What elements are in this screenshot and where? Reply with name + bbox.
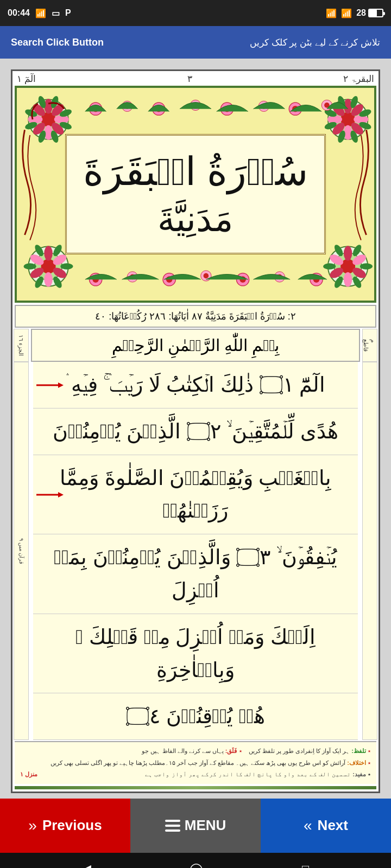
svg-point-24 bbox=[354, 115, 368, 123]
sim-icon: 📶 bbox=[35, 8, 46, 18]
svg-point-79 bbox=[261, 104, 267, 109]
svg-point-19 bbox=[328, 99, 368, 139]
svg-point-87 bbox=[130, 275, 135, 280]
ayah-row-4: يُنۡفِقُوۡنَ ۙ ۝٣ وَالَّذِيۡنَ يُؤۡمِنُو… bbox=[33, 534, 358, 614]
svg-point-29 bbox=[330, 102, 346, 118]
time-display: 00:44 bbox=[8, 8, 30, 18]
android-back-icon[interactable]: ◀ bbox=[82, 862, 91, 868]
svg-point-25 bbox=[349, 120, 365, 137]
side-label-left: الجزء ١٦ bbox=[18, 335, 25, 356]
svg-point-13 bbox=[59, 120, 73, 131]
svg-point-91 bbox=[204, 273, 209, 279]
svg-point-46 bbox=[29, 252, 46, 267]
svg-point-27 bbox=[330, 120, 346, 137]
svg-point-72 bbox=[153, 103, 165, 115]
svg-point-78 bbox=[258, 101, 269, 111]
p-icon: P bbox=[65, 8, 71, 18]
search-bar: Search Click Button تلاش کرنے کے لیے بٹن… bbox=[0, 26, 391, 59]
previous-icon: » bbox=[28, 817, 37, 834]
ayah-row-5: اِلَيۡكَ وَمَاۤ اُنۡزِلَ مِنۡ قَبۡلِكَ ۚ… bbox=[33, 614, 358, 694]
svg-point-75 bbox=[193, 103, 198, 108]
svg-point-0 bbox=[28, 99, 68, 139]
surah-header: سُوۡرَةُ الۡبَقَرَةَ مَدَنِيَّةَ bbox=[15, 86, 376, 303]
svg-point-26 bbox=[344, 125, 352, 140]
svg-point-77 bbox=[224, 106, 230, 112]
svg-point-32 bbox=[358, 120, 373, 131]
next-icon: « bbox=[304, 817, 312, 834]
footer-line-1: ٭ تلفظ: ہر ایک آواز کا اِنفرادی طور پر ت… bbox=[20, 746, 371, 756]
surah-info-strip: ٢: سُوۡرَةُ الۡبَقَرَةَ مَدَنِيَّةٌ ٨٧ ا… bbox=[15, 305, 376, 328]
svg-point-88 bbox=[163, 273, 175, 286]
svg-point-92 bbox=[236, 273, 249, 286]
svg-point-1 bbox=[35, 106, 62, 133]
surah-name-label: البقرۃ ٢ bbox=[343, 73, 374, 85]
wifi-icon: 📶 bbox=[326, 8, 337, 18]
svg-point-52 bbox=[33, 244, 45, 258]
status-bar: 00:44 📶 ▭ P 📶 📶 28 bbox=[0, 0, 391, 26]
ayah-text-4: يُنۡفِقُوۡنَ ۙ ۝٣ وَالَّذِيۡنَ يُؤۡمِنُو… bbox=[54, 546, 337, 602]
svg-point-54 bbox=[334, 253, 361, 280]
svg-point-41 bbox=[44, 246, 52, 260]
svg-point-85 bbox=[92, 276, 99, 283]
svg-point-50 bbox=[33, 275, 45, 289]
next-button[interactable]: « Next bbox=[261, 799, 391, 853]
footer-notes: ٭ تلفظ: ہر ایک آواز کا اِنفرادی طور پر ت… bbox=[15, 741, 376, 784]
svg-point-71 bbox=[124, 104, 130, 109]
svg-point-73 bbox=[155, 106, 162, 112]
ayah-row-6: هُمۡ يُوۡقِنُوۡنَ ۝٤ bbox=[33, 693, 358, 740]
svg-point-31 bbox=[358, 108, 373, 118]
svg-point-86 bbox=[127, 272, 137, 282]
search-bar-right-label: تلاش کرنے کے لیے بٹن پر کلک کریں bbox=[250, 37, 380, 48]
svg-point-62 bbox=[351, 244, 363, 258]
svg-point-21 bbox=[340, 112, 355, 127]
ayah-section: قرآن میں ٩ الٓمّٓ ۝١ ذٰلِكَ الۡكِتٰبُ لَ… bbox=[15, 362, 376, 740]
previous-label: Previous bbox=[42, 817, 102, 834]
surah-title-frame: سُوۡرَةُ الۡبَقَرَةَ مَدَنِيَّةَ bbox=[65, 134, 326, 255]
android-nav-bar: ◀ ◯ □ bbox=[0, 853, 391, 868]
android-square-icon[interactable]: □ bbox=[302, 862, 309, 868]
svg-point-18 bbox=[37, 95, 47, 109]
ayah-row-2: هُدًى لِّلۡمُتَّقِيۡنَ ۙ ۝٢ الَّذِيۡنَ ي… bbox=[33, 409, 358, 455]
svg-point-53 bbox=[328, 246, 368, 286]
svg-point-45 bbox=[29, 266, 46, 280]
svg-point-34 bbox=[337, 130, 347, 144]
search-bar-left-label: Search Click Button bbox=[11, 37, 104, 48]
svg-point-20 bbox=[334, 106, 361, 133]
svg-point-10 bbox=[31, 102, 47, 118]
svg-point-2 bbox=[41, 112, 56, 127]
bismillah-text: بِسۡمِ اللّٰهِ الرَّحۡمٰنِ الرَّحِيۡمِ bbox=[112, 336, 280, 354]
svg-point-89 bbox=[166, 276, 173, 283]
previous-button[interactable]: » Previous bbox=[0, 799, 130, 853]
svg-point-67 bbox=[333, 244, 345, 258]
svg-point-3 bbox=[44, 99, 52, 113]
menu-icon bbox=[165, 820, 180, 832]
svg-point-43 bbox=[51, 266, 68, 280]
menu-button[interactable]: MENU bbox=[130, 799, 261, 853]
svg-point-56 bbox=[344, 246, 352, 260]
svg-point-74 bbox=[190, 100, 200, 110]
svg-point-64 bbox=[351, 275, 363, 289]
svg-point-38 bbox=[28, 246, 68, 286]
page-number: ٣ bbox=[187, 73, 192, 85]
svg-point-68 bbox=[90, 103, 102, 115]
side-label-right: مقاطع bbox=[363, 339, 377, 352]
svg-point-6 bbox=[49, 120, 66, 137]
svg-point-40 bbox=[41, 259, 56, 273]
menu-label: MENU bbox=[185, 817, 226, 834]
svg-point-55 bbox=[340, 259, 355, 273]
svg-point-22 bbox=[344, 99, 352, 113]
svg-point-76 bbox=[220, 103, 233, 115]
svg-point-15 bbox=[37, 130, 47, 144]
surah-title-line2: مَدَنِيَّةَ bbox=[83, 197, 308, 242]
screen-icon: ▭ bbox=[52, 8, 60, 18]
signal-icon: 📶 bbox=[341, 8, 352, 18]
svg-point-96 bbox=[310, 273, 323, 286]
svg-point-63 bbox=[360, 263, 373, 270]
svg-point-83 bbox=[324, 103, 330, 108]
svg-point-23 bbox=[349, 102, 365, 118]
svg-point-93 bbox=[239, 276, 246, 283]
quran-side-label: قرآن میں ٩ bbox=[18, 538, 24, 564]
android-home-icon[interactable]: ◯ bbox=[190, 862, 203, 868]
svg-point-60 bbox=[328, 266, 345, 280]
quran-page: البقرۃ ٢ ٣ الٓمٓ ١ bbox=[11, 69, 380, 793]
